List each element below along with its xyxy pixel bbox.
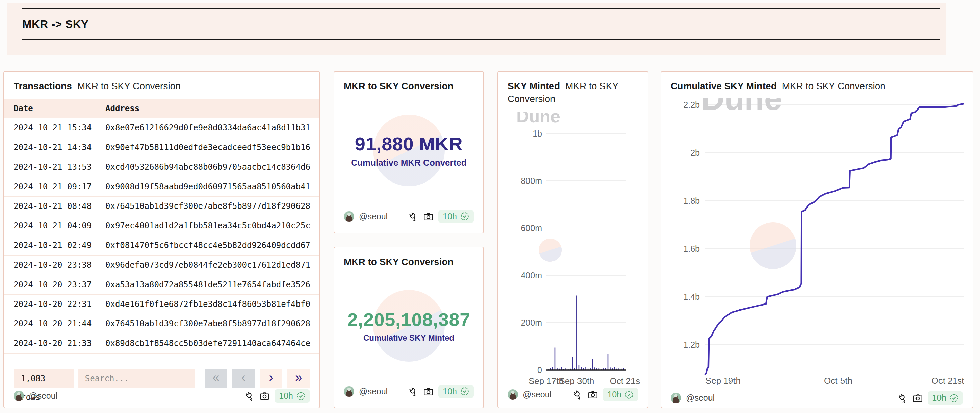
line-chart-title: Cumulative SKY MintedMKR to SKY Conversi… [671, 80, 963, 92]
column-header-date[interactable]: Date [14, 104, 105, 113]
first-page-button[interactable]: « [205, 369, 228, 388]
panel-title-bold: MKR to SKY Conversion [344, 257, 453, 267]
cell-address[interactable]: 0x8e07e61216629d0fe9e8d0334da6ac41a8d11b… [105, 123, 310, 132]
svg-text:1.4b: 1.4b [683, 292, 700, 301]
data-age: 10h [932, 393, 946, 403]
avatar[interactable] [671, 393, 681, 403]
author-handle[interactable]: @seoul [523, 390, 552, 399]
table-header-row: Date Address [4, 99, 320, 118]
freshness-badge[interactable]: 10h [275, 389, 310, 402]
author-handle[interactable]: @seoul [686, 393, 714, 403]
cell-date: 2024-10-21 08:48 [14, 201, 105, 211]
page-header: MKR -> SKY [8, 3, 946, 56]
previous-page-button[interactable]: ‹ [232, 369, 255, 388]
freshness-badge[interactable]: 10h [438, 385, 474, 398]
panel-meta-row: @seoul 10h [14, 388, 310, 404]
line-chart-canvas[interactable]: 1.2b1.4b1.6b1.8b2b2.2bDuneSep 19thOct 5t… [671, 98, 963, 390]
author-handle[interactable]: @seoul [29, 391, 57, 401]
sky-minted-bar-chart-panel: SKY MintedMKR to SKY Conversion 0200m400… [498, 71, 648, 408]
svg-text:1.6b: 1.6b [683, 244, 700, 254]
table-row: 2024-10-21 14:340x90ef47b58111d0edfde3ec… [4, 138, 320, 158]
verified-seal-icon [460, 387, 469, 396]
counter-mkr-panel: MKR to SKY Conversion 91,880 MKR Cumulat… [334, 71, 484, 233]
data-age: 10h [443, 387, 457, 396]
bar-chart-canvas[interactable]: 0200m400m600m800m1bDuneSep 17thSep 30thO… [508, 112, 638, 387]
counter-sky-title: MKR to SKY Conversion [344, 255, 474, 268]
table-row: 2024-10-21 02:490xf081470f5c6fbccf48cc4e… [4, 236, 320, 255]
avatar[interactable] [508, 389, 518, 400]
svg-text:800m: 800m [521, 176, 542, 185]
counter-body: 2,205,108,387 Cumulative SKY Minted [344, 268, 474, 383]
cell-address[interactable]: 0xd4e161f0f1e6872fb1e3d8c14f86053b81ef4b… [105, 300, 310, 309]
cell-date: 2024-10-21 02:49 [14, 241, 105, 250]
column-header-address[interactable]: Address [105, 104, 140, 113]
freshness-badge[interactable]: 10h [438, 210, 474, 223]
svg-text:1.8b: 1.8b [683, 196, 700, 206]
table-row: 2024-10-21 08:480x764510ab1d39cf300e7abe… [4, 197, 320, 216]
avatar[interactable] [344, 211, 354, 222]
cell-date: 2024-10-20 21:33 [14, 339, 105, 348]
cell-date: 2024-10-21 14:34 [14, 143, 105, 152]
avatar[interactable] [14, 391, 24, 401]
svg-text:200m: 200m [521, 318, 542, 327]
camera-icon[interactable] [588, 389, 598, 400]
cell-date: 2024-10-21 04:09 [14, 221, 105, 231]
cell-address[interactable]: 0x96defa073cd97eb0844fe2eb300c17612d1ed8… [105, 260, 310, 270]
table-row: 2024-10-21 04:090x97ec4001ad1d2a1fbb581e… [4, 216, 320, 236]
cell-date: 2024-10-20 21:44 [14, 319, 105, 328]
svg-text:Sep 17th: Sep 17th [528, 376, 564, 385]
camera-icon[interactable] [423, 386, 434, 397]
table-row: 2024-10-21 15:340x8e07e61216629d0fe9e8d0… [4, 118, 320, 138]
svg-text:400m: 400m [521, 271, 542, 280]
data-age: 10h [443, 212, 457, 222]
cell-address[interactable]: 0x9008d19f58aabd9ed0d60971565aa8510560ab… [105, 182, 310, 191]
row-count-badge: 1,083 rows [14, 369, 74, 388]
author-handle[interactable]: @seoul [359, 212, 388, 222]
plug-icon[interactable] [408, 386, 418, 397]
panel-meta-row: @seoul 10h [344, 208, 474, 225]
camera-icon[interactable] [259, 391, 270, 401]
author-handle[interactable]: @seoul [359, 387, 388, 396]
cell-address[interactable]: 0x89d8cb1f8548cc5b03defe7291140aca647464… [105, 339, 310, 348]
freshness-badge[interactable]: 10h [603, 388, 638, 401]
transactions-panel: TransactionsMKR to SKY Conversion Date A… [3, 71, 320, 408]
plug-icon[interactable] [244, 391, 255, 401]
cumulative-sky-line-chart-panel: Cumulative SKY MintedMKR to SKY Conversi… [660, 71, 973, 408]
table-row: 2024-10-20 23:380x96defa073cd97eb0844fe2… [4, 255, 320, 275]
search-input[interactable] [78, 369, 195, 388]
plug-icon[interactable] [408, 211, 418, 222]
svg-text:600m: 600m [521, 223, 542, 233]
avatar[interactable] [344, 386, 354, 397]
verified-seal-icon [624, 390, 634, 399]
cell-address[interactable]: 0x764510ab1d39cf300e7abe8f5b8977d18f2906… [105, 201, 310, 211]
camera-icon[interactable] [423, 211, 434, 222]
table-row: 2024-10-20 23:370xa53a13a80d72a855481de5… [4, 275, 320, 295]
svg-text:2.2b: 2.2b [683, 100, 700, 110]
last-page-button[interactable]: » [287, 369, 310, 388]
cell-address[interactable]: 0x97ec4001ad1d2a1fbb581ea34c5c0bd4a210c2… [105, 221, 310, 231]
bar-chart-title: SKY MintedMKR to SKY Conversion [508, 80, 638, 105]
cell-address[interactable]: 0x764510ab1d39cf300e7abe8f5b8977d18f2906… [105, 319, 310, 328]
svg-text:1.2b: 1.2b [683, 340, 700, 349]
cell-address[interactable]: 0xf081470f5c6fbccf48cc4e5b82dd926409dcdd… [105, 241, 310, 250]
next-page-button[interactable]: › [260, 369, 283, 388]
plug-icon[interactable] [897, 393, 908, 403]
freshness-badge[interactable]: 10h [928, 391, 963, 405]
transactions-panel-title: TransactionsMKR to SKY Conversion [14, 80, 310, 92]
cell-address[interactable]: 0xcd40532686b94abc88b06b9705aacbc14c8364… [105, 162, 310, 172]
transactions-tbody: 2024-10-21 15:340x8e07e61216629d0fe9e8d0… [4, 118, 320, 354]
svg-text:Sep 30th: Sep 30th [559, 376, 594, 385]
panel-title-bold: Transactions [14, 81, 72, 91]
cell-address[interactable]: 0x90ef47b58111d0edfde3ecadceedf53eec9b1b… [105, 143, 310, 152]
plug-icon[interactable] [573, 389, 583, 400]
page-header-rule: MKR -> SKY [22, 8, 940, 40]
verified-seal-icon [460, 212, 469, 221]
camera-icon[interactable] [912, 393, 923, 403]
counter-label: Cumulative SKY Minted [363, 333, 454, 343]
table-row: 2024-10-21 13:530xcd40532686b94abc88b06b… [4, 158, 320, 177]
svg-text:1b: 1b [533, 129, 542, 138]
svg-text:Sep 19th: Sep 19th [705, 375, 741, 386]
panel-meta-row: @seoul 10h [344, 383, 474, 399]
cell-address[interactable]: 0xa53a13a80d72a855481de5211e7654fabdfe35… [105, 280, 310, 289]
panel-title-bold: SKY Minted [508, 81, 560, 91]
